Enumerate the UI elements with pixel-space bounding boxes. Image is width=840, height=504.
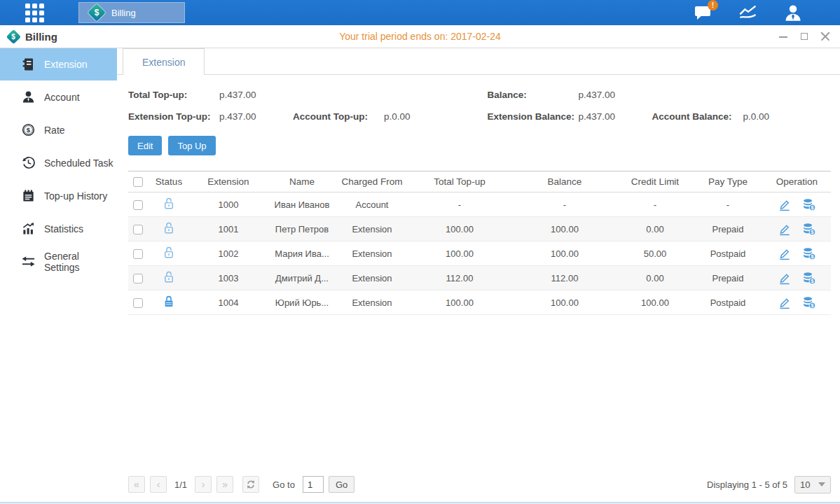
maximize-icon[interactable] (799, 31, 809, 41)
account-balance-label: Account Balance: (652, 111, 743, 122)
cell-extension: 1001 (190, 217, 267, 241)
goto-label: Go to (273, 479, 295, 490)
refresh-button[interactable] (242, 476, 259, 493)
cell-charged-from: Extension (337, 290, 407, 315)
sidebar-item-statistics[interactable]: Statistics (0, 212, 117, 245)
clock-history-icon (21, 156, 35, 170)
account-topup-label: Account Top-up: (293, 111, 384, 122)
sidebar-item-general-settings[interactable]: General Settings (0, 245, 117, 278)
extension-balance-label: Extension Balance: (488, 111, 579, 122)
lock-open-icon (163, 246, 175, 259)
col-total-topup: Total Top-up (407, 172, 512, 192)
cell-credit-limit: - (617, 192, 693, 217)
sidebar-item-label: Top-up History (44, 190, 107, 202)
lock-open-icon (163, 197, 175, 210)
notifications-chat-icon[interactable]: ! (693, 4, 714, 22)
cell-total-topup: 112.00 (407, 266, 512, 290)
topbar: $ Billing ! (0, 0, 840, 25)
first-page-button[interactable]: « (128, 476, 145, 493)
prev-page-button[interactable]: ‹ (150, 476, 167, 493)
cell-charged-from: Extension (337, 266, 407, 290)
close-icon[interactable] (820, 31, 830, 41)
svg-text:$: $ (26, 126, 30, 134)
window-title: Billing (25, 31, 57, 43)
sidebar-item-rate[interactable]: $ Rate (0, 113, 117, 146)
taskbar-item-billing[interactable]: $ Billing (78, 2, 185, 23)
col-extension: Extension (190, 172, 267, 192)
window-titlebar: $ Billing Your trial period ends on: 201… (0, 25, 840, 48)
edit-pencil-icon[interactable] (778, 296, 791, 309)
sidebar-item-scheduled-task[interactable]: Scheduled Task (0, 146, 117, 179)
table-row[interactable]: 1000 Иван Иванов Account - - - - $ (128, 192, 831, 217)
page-indicator: 1/1 (174, 479, 187, 490)
row-checkbox[interactable] (133, 225, 143, 234)
resource-monitor-chart-icon[interactable] (738, 4, 759, 22)
row-checkbox[interactable] (133, 298, 143, 308)
col-charged-from: Charged From (337, 172, 407, 192)
account-balance-value: p.0.00 (743, 111, 817, 122)
action-buttons: Edit Top Up (128, 136, 831, 155)
top-up-coins-icon[interactable]: $ (802, 296, 816, 309)
edit-pencil-icon[interactable] (778, 198, 791, 211)
top-up-coins-icon[interactable]: $ (802, 272, 816, 285)
edit-pencil-icon[interactable] (778, 223, 791, 236)
edit-button[interactable]: Edit (128, 136, 162, 155)
svg-text:$: $ (811, 254, 813, 260)
bar-chart-icon (21, 222, 35, 236)
cell-pay-type: Postpaid (693, 290, 763, 315)
top-up-coins-icon[interactable]: $ (802, 247, 816, 260)
cell-credit-limit: 100.00 (617, 290, 693, 315)
extension-topup-label: Extension Top-up: (128, 111, 219, 122)
extension-balance-value: p.437.00 (579, 111, 652, 122)
row-checkbox[interactable] (133, 274, 143, 284)
pagination-bar: « ‹ 1/1 › » Go to Go (128, 470, 831, 503)
sidebar-item-topup-history[interactable]: Top-up History (0, 179, 117, 212)
top-up-coins-icon[interactable]: $ (802, 198, 816, 211)
top-up-button[interactable]: Top Up (168, 136, 215, 155)
cell-pay-type: Prepaid (693, 266, 763, 290)
svg-text:$: $ (811, 279, 813, 284)
window-controls (778, 31, 830, 41)
sidebar-item-label: Scheduled Task (44, 158, 113, 169)
lock-open-icon (163, 270, 175, 284)
table-row[interactable]: 1001 Петр Петров Extension 100.00 100.00… (128, 217, 831, 241)
transfer-arrows-icon (21, 255, 35, 269)
select-all-checkbox[interactable] (133, 177, 143, 187)
refresh-icon (246, 479, 256, 489)
col-credit-limit: Credit Limit (617, 172, 693, 192)
cell-total-topup: 100.00 (407, 217, 512, 241)
displaying-range-text: Displaying 1 - 5 of 5 (707, 479, 787, 490)
col-operation: Operation (763, 172, 831, 192)
row-checkbox[interactable] (133, 249, 143, 259)
taskbar-item-label: Billing (111, 8, 136, 18)
goto-page-input[interactable] (303, 476, 324, 493)
table-row[interactable]: 1004 Юрий Юрь... Extension 100.00 100.00… (128, 290, 831, 315)
cell-name: Петр Петров (267, 217, 337, 241)
notepad-icon (21, 189, 35, 203)
balance-summary: Total Top-up: p.437.00 Extension Top-up:… (128, 84, 831, 127)
last-page-button[interactable]: » (216, 476, 233, 493)
sidebar-item-extension[interactable]: Extension (0, 48, 117, 80)
cell-total-topup: - (407, 192, 512, 217)
go-button[interactable]: Go (329, 476, 354, 493)
extension-topup-value: p.437.00 (219, 111, 293, 122)
address-book-icon (21, 57, 35, 71)
cell-extension: 1002 (190, 241, 267, 266)
table-row[interactable]: 1003 Дмитрий Д... Extension 112.00 112.0… (128, 266, 831, 290)
sidebar-item-account[interactable]: Account (0, 80, 117, 113)
dollar-circle-icon: $ (21, 123, 35, 137)
edit-pencil-icon[interactable] (778, 272, 791, 285)
next-page-button[interactable]: › (195, 476, 212, 493)
top-up-coins-icon[interactable]: $ (802, 223, 816, 236)
tab-extension[interactable]: Extension (123, 48, 205, 75)
billing-app-icon: $ (7, 30, 20, 43)
row-checkbox[interactable] (133, 200, 143, 210)
notification-badge: ! (708, 0, 718, 10)
total-topup-value: p.437.00 (219, 90, 293, 100)
page-size-dropdown[interactable]: 10 (794, 476, 831, 493)
user-account-icon[interactable] (783, 4, 804, 22)
app-launcher-grid-icon[interactable] (25, 4, 49, 22)
minimize-icon[interactable] (778, 31, 788, 41)
table-row[interactable]: 1002 Мария Ива... Extension 100.00 100.0… (128, 241, 831, 266)
edit-pencil-icon[interactable] (778, 247, 791, 260)
